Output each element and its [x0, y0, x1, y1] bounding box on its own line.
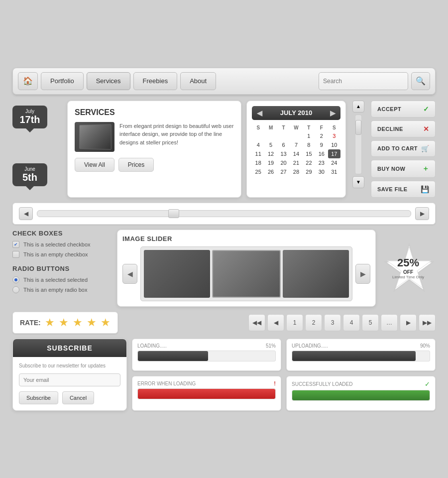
img-slider-next-btn[interactable]: ▶ [355, 264, 370, 284]
slider-right-btn[interactable]: ▶ [415, 207, 429, 220]
checkbox-empty[interactable]: This is an empty checkbox [12, 251, 112, 258]
decline-button[interactable]: DECLINE ✕ [371, 120, 436, 137]
calendar-prev-btn[interactable]: ◀ [257, 109, 262, 117]
scroll-track[interactable] [355, 115, 362, 174]
view-all-button[interactable]: View All [75, 158, 114, 172]
img-slider-prev-btn[interactable]: ◀ [122, 264, 137, 284]
star-2[interactable]: ★ [59, 316, 69, 329]
page-5-btn[interactable]: 5 [362, 314, 379, 331]
services-title: SERVICES [75, 108, 234, 117]
discount-text: 25% OFF Limited Time Only [392, 256, 424, 279]
success-icon: ✓ [425, 380, 430, 388]
progress-loading-fill [138, 351, 208, 361]
save-icon: 💾 [421, 185, 430, 193]
add-to-cart-button[interactable]: ADD TO CART 🛒 [371, 140, 436, 157]
form-controls: CHECK BOXES ✔ This is a selected checkbo… [12, 230, 112, 307]
error-icon: ! [274, 380, 276, 386]
search-box [319, 72, 408, 90]
slider-track[interactable] [37, 210, 411, 217]
star-3[interactable]: ★ [73, 316, 83, 329]
progress-error-label: ERROR WHEN LOADING ! [137, 380, 276, 386]
services-image [75, 122, 114, 152]
radio-selected-box[interactable] [12, 276, 19, 283]
buy-now-button[interactable]: BUY NOW ＋ [371, 160, 436, 178]
radio-selected[interactable]: This is a selected selected [12, 276, 112, 283]
discount-badge: 25% OFF Limited Time Only [381, 230, 436, 307]
calendar-grid: S M T W T F S 123 4567 [252, 124, 340, 176]
progress-uploading-label: UPLOADING..... 90% [292, 343, 430, 349]
email-field[interactable] [19, 373, 120, 386]
progress-success-track [292, 390, 430, 401]
rate-label: RATE: [20, 319, 41, 327]
img-slider-viewport [140, 246, 352, 301]
page-3-btn[interactable]: 3 [324, 314, 341, 331]
about-nav-btn[interactable]: About [180, 72, 216, 90]
scroll-up-btn[interactable]: ▲ [352, 101, 364, 113]
services-panel: SERVICES From elegant print design to be… [67, 101, 241, 198]
page-ellipsis: … [381, 314, 398, 331]
progress-uploading: UPLOADING..... 90% [286, 339, 436, 371]
slider-thumb[interactable] [168, 209, 179, 218]
page-last-btn[interactable]: ▶▶ [419, 314, 436, 331]
image-slider-title: IMAGE SLIDER [122, 235, 370, 242]
star-5[interactable]: ★ [101, 316, 111, 329]
rating-pagination-row: RATE: ★ ★ ★ ★ ★ ◀◀ ◀ 1 2 3 4 5 … ▶ ▶▶ [12, 312, 436, 334]
calendar-panel: ◀ JULY 2010 ▶ S M T W T F S [246, 101, 346, 198]
freebies-nav-btn[interactable]: Freebies [133, 72, 178, 90]
scroll-down-btn[interactable]: ▼ [352, 176, 364, 188]
calendar-next-btn[interactable]: ▶ [330, 109, 336, 117]
checkbox-selected-box[interactable]: ✔ [12, 241, 19, 248]
prices-button[interactable]: Prices [118, 158, 154, 172]
checkbox-selected[interactable]: ✔ This is a selected checkbox [12, 241, 112, 248]
date-badge-july: July 17th [12, 106, 47, 128]
services-buttons: View All Prices [75, 158, 234, 172]
horizontal-slider-row: ◀ ▶ [12, 203, 436, 225]
progress-error-fill [138, 389, 275, 399]
slider-img-1 [144, 250, 210, 298]
scroll-thumb[interactable] [355, 120, 361, 135]
page-first-btn[interactable]: ◀◀ [248, 314, 265, 331]
save-file-button[interactable]: SAVE FILE 💾 [371, 181, 436, 198]
portfolio-nav-btn[interactable]: Portfolio [41, 72, 84, 90]
x-icon: ✕ [423, 125, 430, 133]
radio-empty-box[interactable] [12, 286, 19, 293]
progress-success-fill [292, 390, 430, 400]
navbar: 🏠 Portfolio Services Freebies About 🔍 [12, 68, 436, 95]
radio-empty[interactable]: This is an empty radio box [12, 286, 112, 293]
calendar-month-title: JULY 2010 [280, 109, 312, 117]
home-button[interactable]: 🏠 [18, 72, 38, 90]
progress-loading-track [137, 351, 276, 361]
page-2-btn[interactable]: 2 [305, 314, 322, 331]
slider-img-2 [212, 250, 280, 298]
search-input[interactable] [323, 78, 393, 85]
progress-uploading-track [292, 351, 430, 361]
slider-img-3 [283, 250, 349, 298]
slider-left-btn[interactable]: ◀ [19, 207, 33, 220]
radio-title: RADIO BUTTONS [12, 265, 112, 272]
progress-error: ERROR WHEN LOADING ! [132, 376, 281, 411]
image-slider-container: ◀ ▶ [122, 246, 370, 301]
subscribe-header: SUBSCRIBE [13, 339, 126, 357]
checkmark-icon: ✓ [423, 105, 430, 113]
progress-loading: LOADING..... 51% [132, 339, 281, 371]
search-button[interactable]: 🔍 [411, 72, 430, 90]
page-4-btn[interactable]: 4 [343, 314, 360, 331]
services-description: From elegant print design to beautiful w… [119, 122, 234, 152]
cancel-button[interactable]: Cancel [62, 391, 94, 404]
page-next-btn[interactable]: ▶ [400, 314, 417, 331]
progress-uploading-fill [292, 351, 416, 361]
progress-error-track [137, 388, 276, 399]
checkboxes-title: CHECK BOXES [12, 230, 112, 237]
page-prev-btn[interactable]: ◀ [267, 314, 284, 331]
star-4[interactable]: ★ [87, 316, 97, 329]
services-content: From elegant print design to beautiful w… [75, 122, 234, 152]
checkbox-empty-box[interactable] [12, 251, 19, 258]
accept-button[interactable]: ACCEPT ✓ [371, 101, 436, 118]
page-1-btn[interactable]: 1 [286, 314, 303, 331]
subscribe-button[interactable]: Subscribe [19, 391, 58, 404]
pagination: ◀◀ ◀ 1 2 3 4 5 … ▶ ▶▶ [123, 314, 436, 331]
star-1[interactable]: ★ [45, 316, 55, 329]
starburst: 25% OFF Limited Time Only [383, 243, 433, 293]
services-nav-btn[interactable]: Services [87, 72, 130, 90]
rating-section: RATE: ★ ★ ★ ★ ★ [12, 312, 118, 334]
